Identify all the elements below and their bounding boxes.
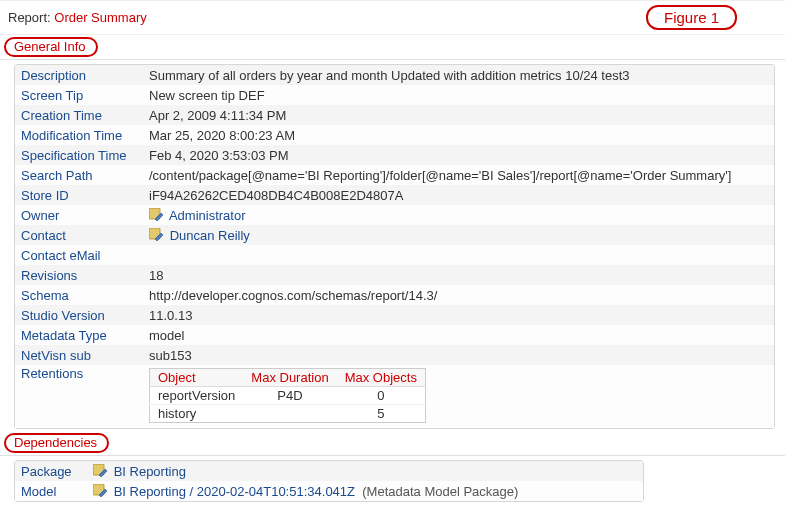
package-link[interactable]: BI Reporting [114,464,186,479]
label-screen-tip: Screen Tip [21,88,149,103]
cell-object: reportVersion [150,387,244,405]
row-model: Model BI Reporting / 2020-02-04T10:51:34… [15,481,643,501]
owner-link[interactable]: Administrator [169,208,246,223]
value-specification-time: Feb 4, 2020 3:53:03 PM [149,148,768,163]
cell-object: history [150,405,244,423]
row-modification-time: Modification Time Mar 25, 2020 8:00:23 A… [15,125,774,145]
value-modification-time: Mar 25, 2020 8:00:23 AM [149,128,768,143]
row-netvisn-sub: NetVisn sub sub153 [15,345,774,365]
value-schema: http://developer.cognos.com/schemas/repo… [149,288,768,303]
row-metadata-type: Metadata Type model [15,325,774,345]
value-owner: Administrator [149,208,768,223]
label-metadata-type: Metadata Type [21,328,149,343]
label-modification-time: Modification Time [21,128,149,143]
row-retentions: Retentions Object Max Duration Max Objec… [15,365,774,428]
row-owner: Owner Administrator [15,205,774,225]
dependencies-panel: Package BI Reporting Model BI Reporting … [14,460,644,502]
label-model: Model [21,484,93,499]
user-shortcut-icon [149,228,163,242]
value-description: Summary of all orders by year and month … [149,68,768,83]
label-studio-version: Studio Version [21,308,149,323]
cell-max-objects: 0 [337,387,426,405]
general-info-panel: Description Summary of all orders by yea… [14,64,775,429]
label-contact-email: Contact eMail [21,248,149,263]
section-general-info-title: General Info [4,37,98,57]
value-search-path: /content/package[@name='BI Reporting']/f… [149,168,768,183]
report-title-line: Report: Order Summary [8,10,147,25]
section-dependencies-title: Dependencies [4,433,109,453]
report-name: Order Summary [54,10,146,25]
package-shortcut-icon [93,464,107,478]
label-store-id: Store ID [21,188,149,203]
package-shortcut-icon [93,484,107,498]
value-studio-version: 11.0.13 [149,308,768,323]
row-creation-time: Creation Time Apr 2, 2009 4:11:34 PM [15,105,774,125]
value-netvisn-sub: sub153 [149,348,768,363]
value-screen-tip: New screen tip DEF [149,88,768,103]
value-package: BI Reporting [93,464,637,479]
cell-max-duration: P4D [243,387,336,405]
user-shortcut-icon [149,208,163,222]
row-store-id: Store ID iF94A26262CED408DB4C4B008E2D480… [15,185,774,205]
row-package: Package BI Reporting [15,461,643,481]
figure-annotation: Figure 1 [646,5,737,30]
label-owner: Owner [21,208,149,223]
section-general-info-header: General Info [0,37,785,60]
row-description: Description Summary of all orders by yea… [15,65,774,85]
retentions-col-object: Object [150,369,244,387]
label-creation-time: Creation Time [21,108,149,123]
model-link[interactable]: BI Reporting / 2020-02-04T10:51:34.041Z [114,484,355,499]
row-specification-time: Specification Time Feb 4, 2020 3:53:03 P… [15,145,774,165]
retentions-table: Object Max Duration Max Objects reportVe… [149,368,426,423]
value-model: BI Reporting / 2020-02-04T10:51:34.041Z … [93,484,637,499]
value-contact: Duncan Reilly [149,228,768,243]
label-retentions: Retentions [21,366,149,381]
label-description: Description [21,68,149,83]
retentions-wrap: Object Max Duration Max Objects reportVe… [149,366,426,427]
label-schema: Schema [21,288,149,303]
value-revisions: 18 [149,268,768,283]
label-revisions: Revisions [21,268,149,283]
label-specification-time: Specification Time [21,148,149,163]
value-metadata-type: model [149,328,768,343]
row-screen-tip: Screen Tip New screen tip DEF [15,85,774,105]
row-contact: Contact Duncan Reilly [15,225,774,245]
row-studio-version: Studio Version 11.0.13 [15,305,774,325]
table-row: reportVersion P4D 0 [150,387,426,405]
retentions-col-max-duration: Max Duration [243,369,336,387]
model-suffix: (Metadata Model Package) [362,484,518,499]
label-package: Package [21,464,93,479]
cell-max-duration [243,405,336,423]
report-header: Report: Order Summary Figure 1 [0,0,785,35]
value-store-id: iF94A26262CED408DB4C4B008E2D4807A [149,188,768,203]
table-row: history 5 [150,405,426,423]
cell-max-objects: 5 [337,405,426,423]
row-revisions: Revisions 18 [15,265,774,285]
contact-link[interactable]: Duncan Reilly [170,228,250,243]
row-schema: Schema http://developer.cognos.com/schem… [15,285,774,305]
label-search-path: Search Path [21,168,149,183]
report-label: Report: [8,10,51,25]
section-dependencies-header: Dependencies [0,433,785,456]
label-netvisn-sub: NetVisn sub [21,348,149,363]
retentions-col-max-objects: Max Objects [337,369,426,387]
label-contact: Contact [21,228,149,243]
value-creation-time: Apr 2, 2009 4:11:34 PM [149,108,768,123]
row-contact-email: Contact eMail [15,245,774,265]
row-search-path: Search Path /content/package[@name='BI R… [15,165,774,185]
